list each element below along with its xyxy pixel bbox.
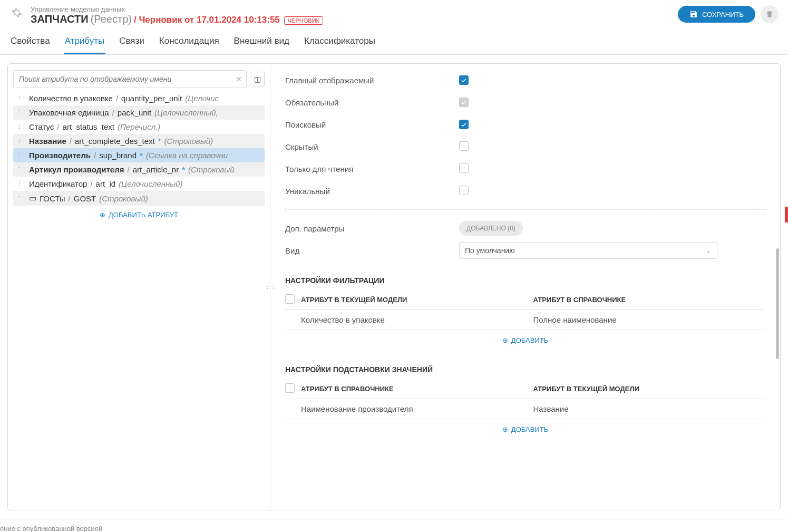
filter-add-button[interactable]: ⊕ ДОБАВИТЬ	[285, 330, 765, 351]
tab-4[interactable]: Внешний вид	[233, 33, 290, 54]
checkbox-searchable[interactable]	[459, 120, 469, 129]
separator: /	[90, 179, 92, 188]
subst-col1: АТРИБУТ В СПРАВОЧНИКЕ	[301, 385, 533, 393]
checkbox-hidden[interactable]	[459, 141, 469, 151]
attr-name: Упаковочная единица	[29, 108, 109, 117]
add-attribute-button[interactable]: ⊕ ДОБАВИТЬ АТРИБУТ	[13, 206, 265, 224]
drag-icon[interactable]: ⋮⋮	[16, 109, 26, 116]
label-main-display: Главный отображаемый	[285, 76, 459, 85]
separator: /	[57, 122, 59, 131]
attr-type: (Ссылка на справочни	[146, 151, 228, 160]
drag-icon[interactable]: ⋮⋮	[16, 195, 26, 202]
page-title: ЗАПЧАСТИ	[31, 13, 89, 25]
subst-section-title: НАСТРОЙКИ ПОДСТАНОВКИ ЗНАЧЕНИЙ	[285, 365, 765, 374]
filter-row[interactable]: Количество в упаковке Полное наименовани…	[285, 310, 765, 330]
plus-icon: ⊕	[502, 336, 508, 344]
attr-type: (Целочисленный,	[154, 108, 218, 117]
footer-text: ение с опубликованной версией	[0, 519, 788, 532]
filter-header-checkbox[interactable]	[285, 294, 295, 304]
attribute-row[interactable]: ⋮⋮Количество в упаковке / quantity_per_u…	[13, 91, 265, 105]
attribute-row[interactable]: ⋮⋮▭ГОСТы / GOST (Строковый)	[13, 191, 265, 206]
search-input[interactable]	[14, 71, 246, 88]
attr-code: GOST	[74, 194, 96, 203]
clear-icon[interactable]: ✕	[236, 75, 242, 83]
separator: /	[116, 94, 118, 103]
checkbox-readonly[interactable]	[459, 163, 469, 173]
expand-button[interactable]: ◫	[250, 72, 265, 86]
checkbox-required[interactable]	[459, 98, 469, 107]
attribute-row[interactable]: ⋮⋮Производитель / sup_brand * (Ссылка на…	[13, 148, 265, 162]
attribute-row[interactable]: ⋮⋮Артикул производителя / art_article_nr…	[13, 162, 265, 177]
label-view: Вид	[285, 246, 459, 255]
attr-code: quantity_per_unit	[121, 94, 182, 103]
tabs-bar: СвойстваАтрибутыСвязиКонсолидацияВнешний…	[0, 25, 788, 55]
filter-row-c2: Полное наименование	[533, 315, 766, 324]
attribute-row[interactable]: ⋮⋮Название / art_complete_des_text * (Ст…	[13, 134, 265, 148]
attr-type: (Перечисл.)	[118, 122, 160, 131]
subst-col2: АТРИБУТ В ТЕКУЩЕЙ МОДЕЛИ	[533, 385, 766, 393]
attr-code: art_id	[96, 179, 116, 188]
attribute-row[interactable]: ⋮⋮Статус / art_status_text (Перечисл.)	[13, 120, 265, 134]
tab-3[interactable]: Консолидация	[158, 33, 220, 54]
separator: /	[94, 151, 96, 160]
attr-code: art_article_nr	[133, 165, 179, 174]
label-hidden: Скрытый	[285, 142, 459, 151]
attribute-list: ⋮⋮Количество в упаковке / quantity_per_u…	[13, 91, 265, 206]
attr-type: (Строковый)	[164, 137, 213, 146]
view-select-value: По умолчанию	[465, 246, 515, 255]
tab-1[interactable]: Атрибуты	[64, 33, 106, 54]
filter-add-label: ДОБАВИТЬ	[511, 336, 548, 344]
subst-row-c2: Название	[533, 404, 766, 413]
separator: /	[127, 165, 129, 174]
filter-col2: АТРИБУТ В СПРАВОЧНИКЕ	[533, 296, 766, 304]
add-attribute-label: ДОБАВИТЬ АТРИБУТ	[109, 211, 178, 219]
subst-add-button[interactable]: ⊕ ДОБАВИТЬ	[285, 419, 765, 440]
attr-type: (Целочис	[185, 94, 219, 103]
label-extra-params: Доп. параметры	[285, 224, 459, 233]
link-icon: ▭	[29, 194, 36, 203]
drag-icon[interactable]: ⋮⋮	[16, 152, 26, 159]
attr-name: Название	[29, 137, 66, 146]
breadcrumb: Управление моделью данных	[31, 5, 323, 13]
drag-icon[interactable]: ⋮⋮	[16, 166, 26, 173]
attr-name: Статус	[29, 122, 54, 131]
filter-col1: АТРИБУТ В ТЕКУЩЕЙ МОДЕЛИ	[301, 296, 533, 304]
drag-icon[interactable]: ⋮⋮	[16, 138, 26, 144]
side-indicator	[785, 207, 788, 223]
view-select[interactable]: По умолчанию ⌄	[459, 242, 717, 259]
attr-code: art_complete_des_text	[75, 137, 155, 146]
attr-type: (Строковый)	[99, 194, 148, 203]
scrollbar-thumb[interactable]	[776, 248, 779, 359]
subst-row[interactable]: Наименование производителя Название	[285, 399, 765, 419]
checkbox-main-display[interactable]	[459, 75, 469, 85]
attr-code: sup_brand	[99, 151, 137, 160]
label-required: Обязательный	[285, 98, 459, 107]
tab-0[interactable]: Свойства	[9, 33, 51, 54]
attr-name: Количество в упаковке	[29, 94, 113, 103]
attr-code: pack_unit	[118, 108, 151, 117]
attribute-row[interactable]: ⋮⋮Упаковочная единица / pack_unit (Целоч…	[13, 105, 265, 120]
tab-2[interactable]: Связи	[118, 33, 145, 54]
draft-timestamp: / Черновик от 17.01.2024 10:13:55	[134, 15, 280, 25]
drag-icon[interactable]: ⋮⋮	[16, 95, 26, 102]
filter-row-c1: Количество в упаковке	[301, 315, 533, 324]
page-title-suffix: (Реестр)	[91, 13, 132, 25]
label-unique: Уникальный	[285, 187, 459, 196]
drag-icon[interactable]: ⋮⋮	[16, 123, 26, 130]
checkbox-unique[interactable]	[459, 186, 469, 195]
drag-icon[interactable]: ⋮⋮	[16, 180, 26, 187]
separator: /	[70, 137, 72, 146]
attribute-row[interactable]: ⋮⋮Идентификатор / art_id (Целочисленный)	[13, 177, 265, 191]
attr-name: ГОСТы	[40, 194, 65, 203]
delete-button[interactable]	[761, 5, 779, 23]
save-button-label: СОХРАНИТЬ	[702, 11, 744, 18]
label-readonly: Только для чтения	[285, 165, 459, 173]
extra-params-pill[interactable]: ДОБАВЛЕНО (0)	[459, 221, 523, 236]
required-star: *	[182, 165, 185, 174]
tab-5[interactable]: Классификаторы	[303, 33, 376, 54]
attr-code: art_status_text	[63, 122, 114, 131]
subst-header-checkbox[interactable]	[285, 383, 295, 393]
filter-section-title: НАСТРОЙКИ ФИЛЬТРАЦИИ	[285, 276, 765, 285]
save-button[interactable]: СОХРАНИТЬ	[678, 6, 755, 23]
attr-type: (Целочисленный)	[119, 179, 183, 188]
